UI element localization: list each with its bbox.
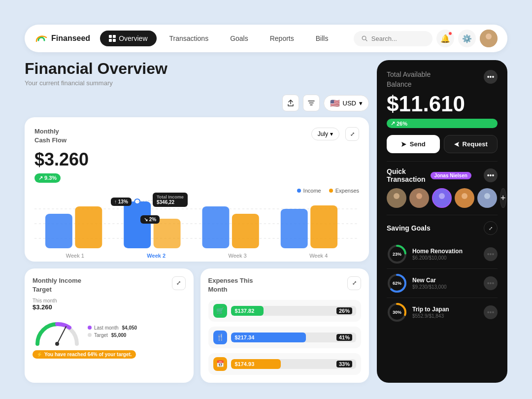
bottom-cards: Monthly IncomeTarget ⤢ This month $3.260 — [25, 268, 369, 383]
balance-title: Total AvailableBalance — [387, 70, 431, 89]
contacts-row: + — [387, 188, 498, 208]
target-reached-badge: ⚡ You have reached 64% of your target. — [33, 350, 136, 359]
goal-info-2: Trip to Japan $552.9/$1,843 — [412, 306, 479, 319]
week-label-1: Week 1 — [66, 253, 84, 259]
contact-avatar-3[interactable] — [455, 188, 474, 208]
svg-rect-12 — [124, 201, 151, 248]
goal-name-1: New Car — [412, 277, 479, 284]
share-button[interactable] — [282, 95, 299, 111]
goal-circle-1: 62% — [387, 273, 407, 294]
notification-badge — [448, 32, 452, 35]
svg-rect-15 — [232, 214, 259, 248]
chart-legend: Income Expenses — [34, 188, 359, 194]
search-bar — [354, 31, 432, 46]
expense-icon-1: 🍴 — [213, 331, 227, 344]
contact-avatar-2[interactable] — [432, 188, 452, 208]
cashflow-header: MonthlyCash Flow July ▾ ⤢ — [34, 127, 359, 145]
expense-bar-1: $217.34 41% — [231, 332, 357, 342]
target-label: Target $5,000 — [88, 332, 137, 338]
svg-line-22 — [57, 327, 66, 344]
search-input[interactable] — [371, 35, 425, 42]
contact-avatar-4[interactable] — [477, 188, 497, 208]
send-button[interactable]: Send — [387, 135, 440, 153]
quick-transaction-more-button[interactable]: ••• — [484, 168, 498, 182]
income-target-title: Monthly IncomeTarget — [33, 276, 81, 294]
quick-transaction-section: QuickTransaction Jonas Nielsen ••• — [387, 167, 498, 208]
quick-transaction-title: QuickTransaction — [387, 167, 426, 183]
navbar: Finanseed Overview Transactions Goals Re… — [25, 25, 507, 52]
goal-info-0: Home Renovation $6.200/$10,000 — [412, 248, 479, 261]
nav-overview[interactable]: Overview — [100, 31, 156, 46]
content-area: Financial Overview Your current financia… — [25, 60, 507, 383]
gauge-chart — [33, 317, 82, 346]
nav-reports[interactable]: Reports — [261, 31, 303, 46]
svg-point-26 — [416, 193, 422, 199]
expand-income-button[interactable]: ⤢ — [172, 276, 186, 290]
balance-amount: $11.610 — [387, 93, 498, 115]
goal-pct-2: 30% — [393, 310, 401, 315]
cashflow-chart: Income Expenses — [34, 188, 359, 252]
search-icon — [362, 35, 367, 42]
goal-circle-0: 23% — [387, 244, 407, 265]
nav-goals[interactable]: Goals — [221, 31, 257, 46]
expense-row-0: 🛒 $137.82 26% — [208, 300, 362, 322]
logo-text: Finanseed — [51, 34, 90, 43]
svg-rect-10 — [45, 214, 72, 248]
expand-expenses-button[interactable]: ⤢ — [347, 276, 361, 290]
page-title: Financial Overview — [25, 60, 369, 77]
svg-point-30 — [462, 193, 467, 199]
filter-button[interactable] — [303, 95, 320, 111]
expense-row-2: 📅 $174.93 33% — [208, 353, 362, 375]
expand-cashflow-button[interactable]: ⤢ — [345, 127, 359, 141]
svg-rect-0 — [109, 35, 112, 38]
goal-amount-2: $552.9/$1,843 — [412, 313, 479, 319]
goal-circle-2: 30% — [387, 302, 407, 323]
svg-point-6 — [486, 33, 492, 39]
goal-item-2: 30% Trip to Japan $552.9/$1,843 ••• — [387, 298, 498, 327]
goal-more-2[interactable]: ••• — [484, 305, 498, 319]
add-contact-button[interactable]: + — [500, 188, 506, 208]
goal-name-2: Trip to Japan — [412, 306, 479, 313]
saving-goals-expand-button[interactable]: ⤢ — [484, 221, 498, 235]
expense-bar-2: $174.93 33% — [231, 359, 357, 369]
nav-transactions[interactable]: Transactions — [161, 31, 218, 46]
week-labels: Week 1 Week 2 Week 3 Week 4 — [34, 253, 359, 259]
goal-more-0[interactable]: ••• — [484, 247, 498, 261]
svg-point-32 — [484, 193, 490, 199]
w3-tooltip: ↑ 13% — [111, 198, 132, 206]
income-target-card: Monthly IncomeTarget ⤢ This month $3.260 — [25, 268, 194, 383]
toolbar: 🇺🇸 USD ▾ — [25, 95, 369, 111]
page-header: Financial Overview Your current financia… — [25, 60, 369, 87]
goal-item-1: 62% New Car $9.230/$13,000 ••• — [387, 269, 498, 298]
svg-line-19 — [137, 199, 175, 201]
settings-button[interactable]: ⚙️ — [458, 30, 476, 47]
svg-rect-1 — [113, 35, 116, 38]
this-month-label: This month — [33, 298, 186, 303]
gauge-container: Last month $4,050 Target $5,000 — [33, 317, 186, 346]
request-button[interactable]: Request — [444, 135, 498, 153]
week-label-4: Week 4 — [309, 253, 328, 259]
goal-more-1[interactable]: ••• — [484, 276, 498, 290]
expenses-header: Expenses ThisMonth ⤢ — [208, 276, 362, 294]
contact-avatar-0[interactable] — [387, 188, 406, 208]
expense-icon-2: 📅 — [213, 357, 227, 371]
nav-bills[interactable]: Bills — [307, 31, 337, 46]
this-month-amount: $3.260 — [33, 303, 186, 311]
week-label-2: Week 2 — [147, 253, 166, 259]
right-panel: Total AvailableBalance ••• $11.610 ↗ 26%… — [377, 60, 507, 383]
contact-avatar-1[interactable] — [409, 188, 429, 208]
income-target-content: This month $3.260 — [33, 298, 186, 359]
gauge-labels: Last month $4,050 Target $5,000 — [88, 325, 137, 338]
svg-rect-11 — [75, 206, 102, 248]
currency-selector[interactable]: 🇺🇸 USD ▾ — [324, 95, 369, 111]
svg-rect-17 — [310, 205, 337, 248]
month-selector[interactable]: July ▾ — [311, 128, 339, 140]
balance-growth-badge: ↗ 26% — [387, 119, 498, 128]
goal-amount-0: $6.200/$10,000 — [412, 255, 479, 261]
notifications-button[interactable]: 🔔 — [436, 30, 454, 47]
balance-more-button[interactable]: ••• — [484, 70, 498, 84]
expense-row-1: 🍴 $217.34 41% — [208, 327, 362, 348]
expenses-card: Expenses ThisMonth ⤢ 🛒 $137.82 26% — [200, 268, 369, 383]
goal-item-0: 23% Home Renovation $6.200/$10,000 ••• — [387, 240, 498, 269]
svg-rect-16 — [281, 209, 308, 248]
